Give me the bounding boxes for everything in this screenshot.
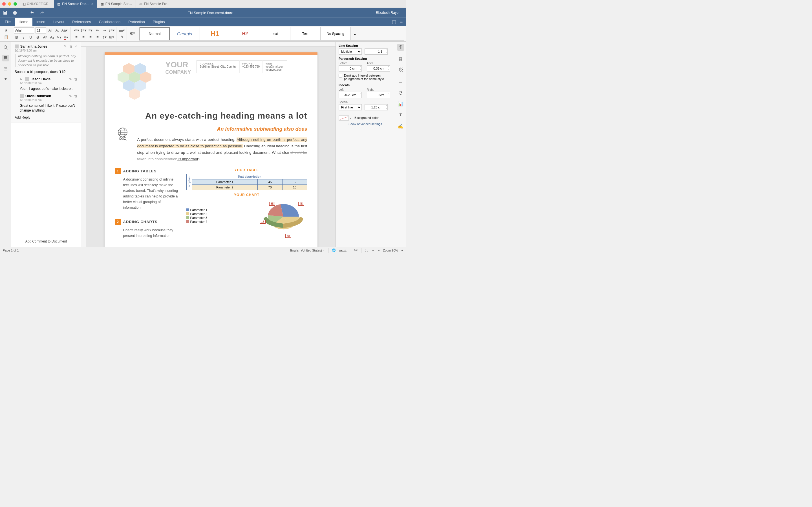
bullets-icon[interactable]: •≡▾ [73, 27, 79, 33]
menu-plugins[interactable]: Plugins [149, 18, 169, 26]
add-reply-link[interactable]: Add Reply [15, 115, 78, 119]
style-dropdown[interactable]: ⌄ [351, 27, 359, 40]
image-settings-icon[interactable]: 🖼 [397, 66, 404, 73]
delete-reply-icon[interactable]: 🗑 [74, 77, 78, 81]
merge-icon[interactable]: ⊞▾ [109, 34, 114, 40]
comments-icon[interactable] [2, 55, 9, 61]
underline-button[interactable]: U [28, 35, 34, 40]
indent-left[interactable] [339, 92, 362, 98]
bold-button[interactable]: B [14, 35, 19, 40]
tab-spreadsheet[interactable]: ▦ EN Sample Spr… [97, 0, 136, 8]
save-icon[interactable] [3, 10, 8, 15]
font-color-icon[interactable]: A▾ [63, 35, 69, 40]
header-footer-icon[interactable]: ▭ [397, 78, 404, 84]
font-size-select[interactable] [36, 27, 46, 34]
spellcheck-abc-icon[interactable]: ᴀʙᴄ✓ [339, 249, 347, 252]
tab-document[interactable]: ▤ EN Sample Doc… × [54, 0, 97, 8]
menu-references[interactable]: References [68, 18, 95, 26]
multilevel-icon[interactable]: ≡▾ [88, 27, 93, 33]
open-location-icon[interactable]: ⬚ [392, 19, 396, 24]
paste-icon[interactable]: 📋 [3, 34, 9, 40]
edit-reply-icon[interactable]: ✎ [69, 77, 72, 81]
bg-color-swatch[interactable] [339, 115, 349, 121]
menu-file[interactable]: File [1, 18, 15, 26]
style-h2[interactable]: H2 [230, 27, 260, 40]
track-changes-icon[interactable]: ✎▾ [354, 248, 358, 252]
style-text[interactable]: Text [290, 27, 320, 40]
style-normal[interactable]: Normal [140, 27, 170, 40]
menu-insert[interactable]: Insert [33, 18, 50, 26]
edit-comment-icon[interactable]: ✎ [64, 45, 67, 48]
fit-width-icon[interactable]: ↔ [371, 249, 374, 252]
style-h1[interactable]: H1 [200, 27, 230, 40]
menu-layout[interactable]: Layout [49, 18, 68, 26]
print-icon[interactable] [12, 10, 17, 15]
change-case-icon[interactable]: Aa▾ [62, 27, 67, 33]
headings-icon[interactable] [2, 65, 9, 72]
close-icon[interactable]: × [91, 2, 94, 6]
style-text-lc[interactable]: text [260, 27, 290, 40]
page[interactable]: YOUR COMPANY ADDRESSBuilding, Street, Ci… [105, 52, 317, 247]
spacing-after[interactable] [367, 65, 390, 71]
align-right-icon[interactable]: ≡ [88, 34, 93, 40]
textart-icon[interactable]: T [397, 112, 404, 118]
dont-add-interval-checkbox[interactable] [339, 74, 342, 77]
feedback-icon[interactable] [2, 76, 9, 83]
align-center-icon[interactable]: ≡ [81, 34, 86, 40]
line-spacing-mode[interactable]: Multiple [339, 48, 362, 55]
table-settings-icon[interactable]: ▦ [397, 55, 404, 62]
search-icon[interactable] [2, 44, 9, 51]
special-value[interactable] [364, 104, 388, 110]
line-spacing-icon[interactable]: ↕≡▾ [109, 27, 114, 33]
chart-settings-icon[interactable]: 📊 [397, 100, 404, 107]
justify-icon[interactable]: ≡ [95, 34, 100, 40]
insert-shape-icon[interactable]: ◐▾ [130, 31, 135, 36]
strike-button[interactable]: S [35, 35, 41, 40]
zoom-out-icon[interactable]: − [378, 249, 379, 252]
style-nospacing[interactable]: No Spacing [320, 27, 351, 40]
delete-reply-icon[interactable]: 🗑 [74, 94, 78, 98]
redo-icon[interactable] [40, 10, 45, 15]
superscript-button[interactable]: A² [42, 35, 48, 40]
paragraph-icon[interactable]: ¶ [397, 44, 404, 51]
line-spacing-value[interactable] [364, 48, 388, 55]
copy-icon[interactable]: ⎘ [3, 27, 9, 33]
font-name-select[interactable] [14, 27, 34, 34]
subscript-button[interactable]: A₂ [49, 35, 55, 40]
clear-style-icon[interactable]: ✎ [119, 34, 125, 40]
highlight-color-icon[interactable]: ✎▾ [56, 35, 62, 40]
hamburger-icon[interactable]: ≡ [400, 19, 403, 24]
menu-collaboration[interactable]: Collaboration [95, 18, 124, 26]
special-mode[interactable]: First line [339, 104, 362, 110]
page-indicator[interactable]: Page 1 of 1 [3, 249, 18, 252]
spacing-before[interactable] [339, 65, 362, 71]
close-window[interactable] [2, 2, 6, 6]
resolve-comment-icon[interactable]: ✓ [75, 45, 78, 48]
shape-settings-icon[interactable]: ◔ [397, 89, 404, 96]
shading-icon[interactable]: ▬▾ [119, 27, 125, 33]
signature-icon[interactable]: ✍ [397, 123, 404, 129]
menu-home[interactable]: Home [15, 18, 33, 26]
tab-presentation[interactable]: ▭ EN Sample Pre… [136, 0, 174, 8]
increase-indent-icon[interactable]: ⇥ [102, 27, 107, 33]
edit-reply-icon[interactable]: ✎ [69, 94, 72, 98]
spellcheck-icon[interactable]: 🌐 [332, 248, 336, 252]
fit-page-icon[interactable]: ⛶ [365, 249, 368, 252]
numbering-icon[interactable]: 1≡▾ [81, 27, 86, 33]
minimize-window[interactable] [8, 2, 11, 6]
user-name[interactable]: Elizabeth Rayen [376, 11, 400, 15]
indent-right[interactable] [367, 92, 390, 98]
vertical-ruler[interactable] [81, 47, 86, 247]
decrease-font-icon[interactable]: A↓ [55, 27, 60, 33]
zoom-in-icon[interactable]: + [402, 249, 403, 252]
zoom-level[interactable]: Zoom 90% [383, 249, 398, 252]
add-comment-button[interactable]: Add Comment to Document [11, 236, 81, 247]
italic-button[interactable]: I [21, 35, 27, 40]
increase-font-icon[interactable]: A↑ [48, 27, 53, 33]
horizontal-ruler[interactable] [81, 42, 336, 47]
decrease-indent-icon[interactable]: ⇤ [95, 27, 100, 33]
advanced-settings-link[interactable]: Show advanced settings [339, 122, 392, 126]
style-georgia[interactable]: Georgia [170, 27, 200, 40]
menu-protection[interactable]: Protection [124, 18, 149, 26]
undo-icon[interactable] [30, 10, 35, 15]
